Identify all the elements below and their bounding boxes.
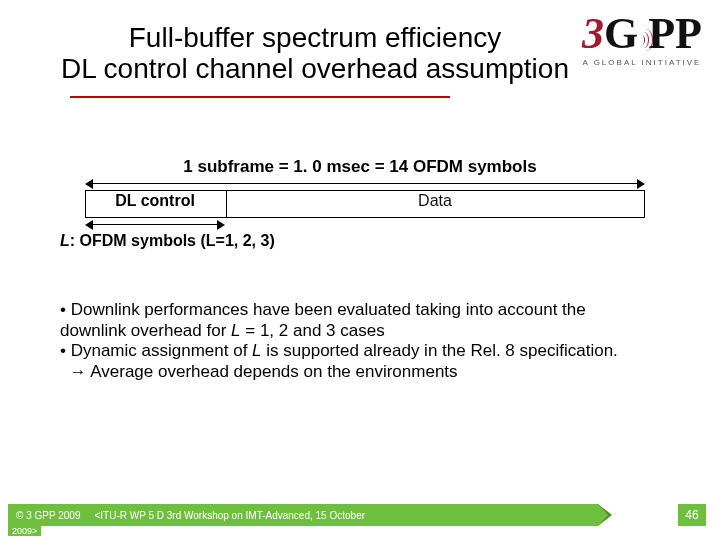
bullet-2-L: L [252,341,261,360]
bullet-2-post: is supported already in the Rel. 8 speci… [262,341,618,360]
page-number: 46 [678,504,706,526]
footer-chevron [598,504,608,526]
bullet-1-L: L [231,321,240,340]
bullet-3: → Average overhead depends on the enviro… [60,362,680,383]
bullet-1: • Downlink performances have been evalua… [60,300,680,341]
l-italic: L [60,232,70,249]
bullet-1-line-a: • Downlink performances have been evalua… [60,300,586,319]
title-underline [70,96,450,98]
footer-bar: © 3 GPP 2009 <ITU-R WP 5 D 3rd Workshop … [0,502,720,526]
bullet-2: • Dynamic assignment of L is supported a… [60,341,680,362]
footer-year-extra: 2009> [8,526,41,536]
logo-digit-3: 3 [582,12,604,56]
title-line-1: Full-buffer spectrum efficiency [129,22,501,53]
footer-copyright: © 3 GPP 2009 [16,510,80,521]
arrow-right-icon: → [69,362,86,381]
data-region-label: Data [225,192,645,210]
l-symbols-caption: L: OFDM symbols (L=1, 2, 3) [60,232,275,250]
bullet-1-line-b-pre: downlink overhead for [60,321,231,340]
footer-green-strip: © 3 GPP 2009 <ITU-R WP 5 D 3rd Workshop … [8,504,598,526]
title-line-2: DL control channel overhead assumption [61,53,569,84]
slide-title: Full-buffer spectrum efficiency DL contr… [60,22,570,85]
bullet-body: • Downlink performances have been evalua… [60,300,680,383]
l-rest: : OFDM symbols (L=1, 2, 3) [70,232,275,249]
bullet-1-line-b-post: = 1, 2 and 3 cases [241,321,385,340]
footer-subtitle: <ITU-R WP 5 D 3rd Workshop on IMT-Advanc… [94,510,365,521]
logo-3gpp: 3 G PP A GLOBAL INITIATIVE [582,12,702,67]
subframe-span-arrow [85,179,645,189]
bullet-2-pre: • Dynamic assignment of [60,341,252,360]
dl-span-arrow [85,220,225,230]
logo-letters-pp: PP [648,12,702,56]
logo-letter-g: G [604,12,638,56]
dl-control-label: DL control [85,192,225,210]
radio-waves-icon [639,28,647,52]
logo-tagline: A GLOBAL INITIATIVE [582,58,702,67]
bullet-3-text: Average overhead depends on the environm… [86,362,457,381]
subframe-heading: 1 subframe = 1. 0 msec = 14 OFDM symbols [0,157,720,177]
